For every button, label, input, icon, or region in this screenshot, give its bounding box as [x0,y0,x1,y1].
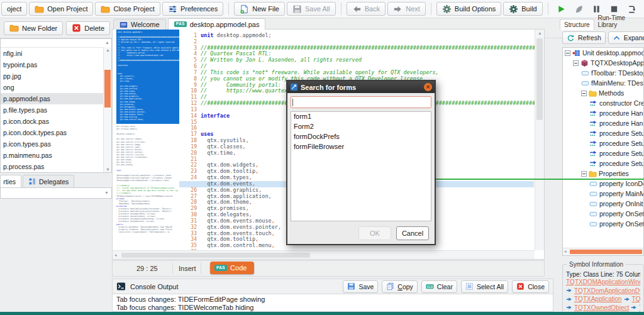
scroll-up-icon[interactable]: ▲ [106,48,110,52]
editor-vertical-scrollbar[interactable]: ▲ [535,30,544,250]
collapse-toggle-icon[interactable] [581,91,587,96]
tree-node-label: procedure HandleDis [599,119,643,127]
tree-node[interactable]: property OnSetupMa [563,219,643,229]
collapse-toggle-icon[interactable] [573,60,579,66]
file-item[interactable]: p.icon.dock.types.pas [1,127,111,138]
tree-node[interactable]: procedure SetupIcon [563,148,643,158]
tree-node[interactable]: TQTXDesktopApplication [563,58,643,68]
scroll-up-icon[interactable]: ▲ [105,40,109,45]
tree-node[interactable]: procedure HandleDis [563,118,643,128]
scroll-left-icon[interactable]: ◂ [114,253,117,258]
form-list[interactable]: form1Form2formDockPrefsformFileBrowser [291,111,431,221]
file-item[interactable]: p.process.pas [1,161,111,172]
symbol-link[interactable]: TQTXDOMApplicationWindowe [566,279,640,285]
tree-node[interactable]: fToolbar: TDesktopIcon [563,68,643,78]
select-all-button[interactable]: Select All [461,280,508,293]
write-button[interactable] [571,2,587,16]
code-view-tab[interactable]: PAS Code [210,262,254,274]
symbol-link[interactable]: TQTXApplication [574,296,622,302]
symbol-link[interactable]: TQTXDomApplicationDynam [574,287,640,294]
tree-node[interactable]: Methods [563,88,643,98]
tree-node[interactable]: procedure SetupMain [563,158,643,169]
file-item[interactable]: trypoint.pas [1,59,111,70]
tab-properties[interactable]: rties [0,175,21,187]
clear-button[interactable]: CLSClear [421,280,457,293]
file-item[interactable]: ong [1,82,111,93]
minimap-viewport[interactable]: unit desktop.appmodel; //###############… [116,30,179,124]
new-project-button[interactable]: oject [1,2,27,16]
ok-button[interactable]: OK [358,226,391,240]
tab-welcome[interactable]: Welcome [113,19,166,30]
expand-button[interactable]: Expand [608,31,644,44]
file-item[interactable]: nfig.ini [1,48,111,59]
build-label: Build [521,5,536,13]
cancel-button[interactable]: Cancel [396,226,429,240]
file-item[interactable]: p.mainmenu.pas [1,150,111,161]
code-minimap[interactable]: unit desktop.appmodel; //###############… [116,30,179,250]
scrollbar-thumb[interactable] [536,38,543,120]
back-button[interactable]: Back [347,2,386,16]
build-options-button[interactable]: Build Options [436,2,501,16]
refresh-button[interactable]: Refresh [562,31,606,44]
tree-node[interactable]: property IconDock: T [563,179,643,189]
tree-node[interactable]: procedure SetupData [563,128,643,138]
tree-node[interactable]: property OnInit: proc [563,199,643,209]
file-list-scrollbar[interactable]: ▲ ▼ [103,47,111,172]
copy-button[interactable]: Copy [382,280,418,293]
file-item[interactable]: p.icon.types.pas [1,138,111,150]
build-button[interactable]: Build [503,2,542,16]
structure-tree[interactable]: Unit desktop.appmodelTQTXDesktopApplicat… [562,47,644,256]
console-output[interactable]: Tab focus changes: TIDEFormEditPage show… [112,294,553,312]
file-item[interactable]: p.file.types.pas [1,104,111,116]
scrollbar-thumb[interactable] [104,70,111,108]
file-item[interactable]: p.appmodel.pas [1,93,111,104]
properties-panel-empty[interactable]: ▼ [0,187,112,199]
tree-node[interactable]: constructor Create(A [563,98,643,108]
tree-node[interactable]: procedure HandleDis [563,108,643,118]
next-button[interactable]: Next [387,2,426,16]
save-all-button[interactable]: Save All [287,2,336,16]
tree-node[interactable]: Unit desktop.appmodel [563,48,643,58]
collapse-toggle-icon[interactable] [565,50,570,56]
dialog-close-icon[interactable]: ✕ [424,83,432,91]
symbol-link[interactable]: TQT [639,304,640,311]
run-button[interactable] [553,2,569,16]
close-button[interactable]: Close [512,280,549,293]
tab-delegates[interactable]: Delegates [23,175,74,187]
symbol-link[interactable]: TQTXOwnedObject [574,304,629,311]
form-list-item[interactable]: Form2 [291,122,431,132]
tab-desktop-appmodel[interactable]: PAS desktop.appmodel.pas [168,18,266,30]
scroll-down-icon[interactable]: ▼ [106,167,110,172]
close-project-button[interactable]: Close Project [95,2,160,16]
dialog-title-bar[interactable]: Search for forms ✕ [287,81,435,93]
scroll-up-icon[interactable]: ▲ [538,31,542,35]
scrollbar-thumb[interactable] [121,253,310,258]
collapse-toggle-icon[interactable] [581,171,587,177]
file-item[interactable]: p.icon.dock.pas [1,116,111,127]
save-button[interactable]: Save [343,280,378,293]
scroll-left-icon[interactable]: ◂ [564,249,567,254]
scrollbar-thumb[interactable] [570,250,642,254]
delete-button[interactable]: Delete [66,21,110,35]
form-search-input[interactable] [291,96,431,108]
tab-structure[interactable]: Structure [560,19,594,30]
tree-node[interactable]: fMainMenu: TDesktop [563,78,643,88]
symbol-link[interactable]: TQTXC [632,296,640,302]
file-item[interactable]: p.viewport.pas [1,172,111,173]
folderplus-icon [9,23,19,33]
tree-node[interactable]: property MainMenu: [563,189,643,199]
form-list-item[interactable]: form1 [291,112,431,122]
open-project-button[interactable]: Open Project [29,2,93,16]
tree-node[interactable]: property OnSetupIco [563,209,643,219]
new-folder-button[interactable]: New Folder [4,21,63,35]
file-item[interactable]: pp.jpg [1,70,111,82]
tree-node[interactable]: procedure SetupDesk [563,138,643,148]
tree-node[interactable]: Properties [563,169,643,179]
editor-horizontal-scrollbar[interactable]: ◂ [113,250,535,259]
preferences-button[interactable]: Preferences [162,2,223,16]
new-file-button[interactable]: New File [234,2,285,16]
tab-runtime-library[interactable]: Run-Time Library [594,13,644,30]
form-list-item[interactable]: formDockPrefs [291,132,431,142]
form-list-item[interactable]: formFileBrowser [291,142,431,152]
tree-horizontal-scrollbar[interactable]: ◂ [563,248,643,255]
